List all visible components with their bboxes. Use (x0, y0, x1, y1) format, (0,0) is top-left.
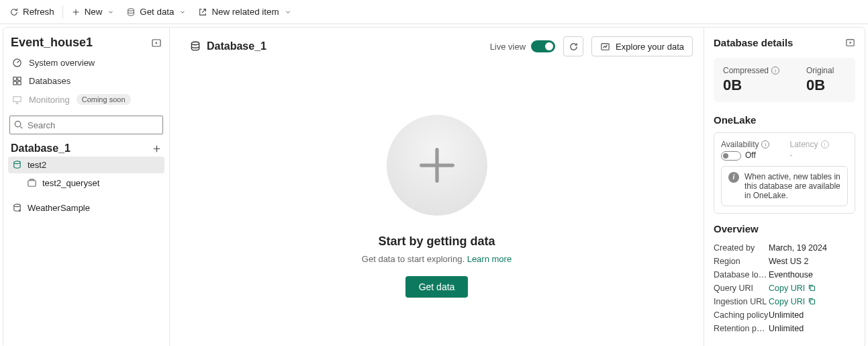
kv-row-caching: Caching policyUnlimited (714, 308, 855, 322)
copy-ingestion-uri[interactable]: Copy URI (769, 297, 855, 306)
search-wrap (9, 116, 163, 134)
empty-state-title: Start by getting data (378, 234, 495, 249)
eventhouse-title: Event_house1 (11, 36, 93, 50)
tree-item-label: test2_queryset (42, 178, 99, 188)
eventhouse-header: Event_house1 (7, 34, 166, 54)
database-name-header[interactable]: Database_1 (183, 36, 273, 56)
original-value: 0B (806, 77, 834, 94)
onelake-note: i When active, new tables in this databa… (721, 166, 848, 206)
main-header-actions: Live view Explore your data (490, 36, 693, 56)
chevron-down-icon (285, 9, 291, 15)
queryset-icon (27, 178, 37, 188)
explore-label: Explore your data (616, 42, 684, 52)
copy-icon (808, 284, 816, 292)
info-icon[interactable]: i (771, 67, 779, 75)
chevron-down-icon (179, 9, 186, 15)
new-related-button[interactable]: New related item (193, 4, 296, 19)
search-icon (13, 120, 23, 130)
info-circle-icon: i (728, 172, 739, 183)
availability-block: Availabilityi Off (721, 140, 769, 161)
details-title: Database details (714, 37, 793, 48)
empty-state: Start by getting data Get data to start … (170, 65, 704, 346)
database-tree-header: Database_1 (7, 140, 166, 156)
database-shortcut-icon (12, 203, 22, 213)
info-icon: i (821, 140, 829, 148)
onelake-box: Availabilityi Off Latencyi - i When acti… (714, 132, 855, 214)
tree-item-queryset[interactable]: test2_queryset (8, 175, 164, 191)
kv-row-query-uri: Query URICopy URI (714, 282, 855, 295)
svg-rect-4 (17, 77, 21, 81)
top-toolbar: Refresh New Get data New related item (0, 0, 868, 24)
get-data-primary-button[interactable]: Get data (405, 276, 469, 298)
svg-rect-15 (810, 286, 815, 291)
expand-icon (845, 38, 855, 48)
tree-item-label: WeatherSample (28, 203, 90, 213)
original-block: Original 0B (806, 66, 834, 94)
svg-point-11 (14, 204, 20, 207)
database-name-label: Database_1 (207, 40, 267, 52)
tree-item-table[interactable]: test2 (8, 157, 164, 173)
new-related-label: New related item (211, 7, 279, 17)
onelake-note-text: When active, new tables in this database… (744, 172, 840, 200)
main-header: Database_1 Live view Explore your data (170, 28, 704, 65)
collapse-icon[interactable] (151, 38, 162, 48)
size-card: Compressedi 0B Original 0B (714, 58, 855, 102)
add-database-button[interactable] (152, 144, 162, 154)
live-view-toggle[interactable] (531, 40, 555, 52)
availability-value: Off (721, 150, 769, 161)
nav-databases[interactable]: Databases (7, 72, 166, 90)
latency-label: Latencyi (789, 140, 828, 149)
nav-databases-label: Databases (29, 76, 70, 86)
toolbar-divider (62, 5, 63, 19)
live-view-control: Live view (490, 40, 555, 52)
tree-item-database[interactable]: WeatherSample (8, 200, 164, 216)
details-header: Database details (714, 37, 855, 48)
open-external-icon (198, 7, 207, 17)
database-icon (189, 40, 201, 52)
nav-system-overview[interactable]: System overview (7, 54, 166, 72)
expand-details-button[interactable] (845, 38, 855, 48)
grid-icon (12, 76, 22, 86)
latency-block: Latencyi - (789, 140, 828, 161)
svg-point-0 (128, 8, 134, 11)
compressed-label: Compressedi (723, 66, 779, 75)
compressed-value: 0B (723, 77, 779, 94)
plus-icon (71, 7, 81, 17)
database-tree-title: Database_1 (11, 142, 70, 155)
svg-rect-16 (810, 300, 815, 304)
nav-monitoring: Monitoring Coming soon (7, 90, 166, 109)
svg-point-8 (15, 121, 20, 126)
search-input[interactable] (9, 116, 163, 134)
nav-overview-label: System overview (29, 58, 95, 68)
refresh-main-button[interactable] (563, 36, 583, 56)
new-label: New (85, 7, 103, 17)
get-data-button[interactable]: Get data (121, 4, 191, 19)
svg-rect-7 (13, 96, 21, 101)
overview-list: Created byMarch, 19 2024 RegionWest US 2… (714, 241, 855, 335)
refresh-icon (9, 7, 19, 17)
details-panel: Database details Compressedi 0B Original… (704, 28, 865, 346)
chevron-down-icon (107, 9, 114, 15)
empty-state-subtitle: Get data to start exploring. Learn more (362, 254, 512, 264)
svg-rect-3 (13, 77, 17, 81)
original-label: Original (806, 66, 834, 75)
coming-soon-badge: Coming soon (77, 94, 131, 105)
compressed-block: Compressedi 0B (723, 66, 779, 94)
new-button[interactable]: New (66, 4, 120, 19)
onelake-section-title: OneLake (714, 114, 855, 126)
gauge-icon (12, 58, 22, 68)
empty-state-graphic (387, 115, 487, 216)
latency-value: - (789, 150, 828, 160)
empty-state-text: Get data to start exploring. (362, 254, 467, 264)
learn-more-link[interactable]: Learn more (467, 254, 512, 264)
explore-data-button[interactable]: Explore your data (591, 36, 693, 56)
availability-toggle[interactable] (721, 151, 741, 161)
main-panel: Database_1 Live view Explore your data (170, 28, 704, 346)
copy-query-uri[interactable]: Copy URI (769, 284, 855, 293)
info-icon[interactable]: i (761, 140, 769, 148)
svg-point-9 (14, 161, 20, 164)
monitor-icon (12, 95, 22, 105)
refresh-button[interactable]: Refresh (4, 4, 60, 19)
explore-icon (600, 42, 610, 52)
kv-row-ingestion-url: Ingestion URLCopy URI (714, 295, 855, 308)
